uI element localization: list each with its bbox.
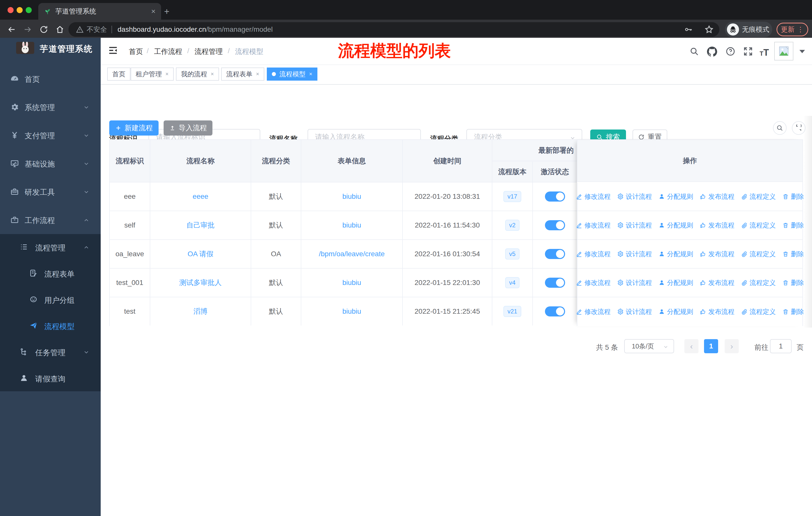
action-definition-link[interactable]: 流程定义: [741, 278, 776, 287]
action-definition-link[interactable]: 流程定义: [741, 192, 776, 201]
version-badge[interactable]: v5: [505, 248, 520, 260]
paper-plane-icon: [29, 321, 38, 330]
url-divider: [112, 26, 112, 33]
action-edit-link[interactable]: 修改流程: [576, 221, 611, 230]
cell-form-link[interactable]: biubiu: [301, 297, 403, 326]
cell-name-link[interactable]: OA 请假: [150, 240, 251, 268]
cell-name-link[interactable]: 自己审批: [150, 211, 251, 239]
table-search-toggle-icon[interactable]: [773, 121, 787, 135]
sidebar-item-system[interactable]: 系统管理: [0, 93, 101, 121]
sidebar-item-label: 研发工具: [25, 187, 55, 197]
create-process-button[interactable]: 新建流程: [109, 120, 158, 136]
new-tab-button[interactable]: +: [164, 7, 169, 16]
browser-menu-icon[interactable]: ⋮: [797, 25, 804, 33]
version-badge[interactable]: v2: [505, 220, 520, 231]
tab-close-icon[interactable]: ×: [151, 7, 155, 16]
page-size-select[interactable]: 10条/页: [624, 339, 674, 353]
sidebar-item-workflow[interactable]: 工作流程: [0, 206, 101, 234]
cell-name-link[interactable]: 滔博: [150, 297, 251, 326]
cell-form-link[interactable]: biubiu: [301, 269, 403, 297]
right-edge-shade: [804, 116, 812, 328]
action-delete-link[interactable]: 删除: [782, 221, 804, 230]
action-design-link[interactable]: 设计流程: [617, 307, 652, 316]
reload-icon[interactable]: [39, 25, 48, 34]
browser-tab[interactable]: 芋道管理系统 ×: [38, 3, 161, 20]
action-edit-link[interactable]: 修改流程: [576, 250, 611, 259]
action-definition-link[interactable]: 流程定义: [741, 250, 776, 259]
forward-icon[interactable]: [23, 25, 32, 34]
address-bar[interactable]: 不安全 dashboard.yudao.iocoder.cn/bpm/manag…: [68, 22, 719, 37]
cell-form-link[interactable]: /bpm/oa/leave/create: [301, 240, 403, 268]
incognito-label: 无痕模式: [742, 25, 769, 34]
sidebar-item-payment[interactable]: 支付管理: [0, 121, 101, 150]
cell-name-link[interactable]: eeee: [150, 183, 251, 211]
action-design-link[interactable]: 设计流程: [617, 221, 652, 230]
prev-page-button[interactable]: ‹: [685, 339, 698, 353]
home-icon[interactable]: [55, 25, 64, 34]
version-badge[interactable]: v4: [505, 277, 520, 288]
cell-name-link[interactable]: 测试多审批人: [150, 269, 251, 297]
url-host: dashboard.yudao.iocoder.cn: [118, 25, 206, 33]
action-assign-link[interactable]: 分配规则: [659, 278, 693, 287]
action-assign-link[interactable]: 分配规则: [659, 221, 693, 230]
action-deploy-link[interactable]: 发布流程: [700, 221, 734, 230]
action-delete-link[interactable]: 删除: [782, 192, 804, 201]
active-toggle[interactable]: [545, 306, 565, 317]
next-page-button[interactable]: ›: [725, 339, 739, 353]
action-delete-link[interactable]: 删除: [782, 307, 804, 316]
sidebar-item-process-model[interactable]: 流程模型: [0, 313, 101, 339]
sidebar-item-leave-query[interactable]: 请假查询: [0, 365, 101, 391]
action-delete-link[interactable]: 删除: [782, 278, 804, 287]
cell-form-link[interactable]: biubiu: [301, 211, 403, 239]
briefcase-icon: [10, 215, 19, 224]
active-toggle[interactable]: [545, 191, 565, 201]
sidebar-item-label: 基础设施: [25, 159, 55, 169]
security-warning-icon[interactable]: [76, 26, 84, 33]
cell-active: [533, 297, 577, 326]
action-deploy-link[interactable]: 发布流程: [700, 250, 734, 259]
security-label[interactable]: 不安全: [87, 25, 107, 34]
action-edit-link[interactable]: 修改流程: [576, 307, 611, 316]
action-assign-link[interactable]: 分配规则: [659, 250, 693, 259]
version-badge[interactable]: v21: [503, 306, 521, 317]
action-design-link[interactable]: 设计流程: [617, 250, 652, 259]
action-design-link[interactable]: 设计流程: [617, 278, 652, 287]
sidebar-item-task-management[interactable]: 任务管理: [0, 339, 101, 365]
sidebar-item-infrastructure[interactable]: 基础设施: [0, 150, 101, 178]
sidebar-item-process-management[interactable]: 流程管理: [0, 234, 101, 260]
traffic-close-button[interactable]: [7, 7, 13, 13]
cell-active: [533, 240, 577, 268]
action-assign-link[interactable]: 分配规则: [659, 307, 693, 316]
action-assign-link[interactable]: 分配规则: [659, 192, 693, 201]
version-badge[interactable]: v17: [503, 191, 521, 202]
import-process-button[interactable]: 导入流程: [164, 120, 212, 136]
cell-form-link[interactable]: biubiu: [301, 183, 403, 211]
sidebar-item-devtools[interactable]: 研发工具: [0, 178, 101, 206]
action-deploy-link[interactable]: 发布流程: [700, 192, 734, 201]
sidebar-item-home[interactable]: 首页: [0, 65, 101, 93]
sidebar-item-user-group[interactable]: 用户分组: [0, 287, 101, 313]
action-edit-link[interactable]: 修改流程: [576, 192, 611, 201]
bookmark-star-icon[interactable]: [704, 25, 714, 34]
sidebar-item-label: 工作流程: [25, 215, 55, 226]
back-icon[interactable]: [7, 25, 16, 34]
active-toggle[interactable]: [545, 278, 565, 288]
sidebar-logo[interactable]: 芋道管理系统: [0, 41, 101, 59]
active-toggle[interactable]: [545, 249, 565, 259]
goto-page-input[interactable]: [770, 339, 792, 353]
action-definition-link[interactable]: 流程定义: [741, 307, 776, 316]
update-button[interactable]: 更新 ⋮: [777, 23, 808, 36]
traffic-minimize-button[interactable]: [17, 7, 23, 13]
current-page-button[interactable]: 1: [704, 339, 718, 353]
sidebar-item-process-form[interactable]: 流程表单: [0, 260, 101, 287]
action-definition-link[interactable]: 流程定义: [741, 221, 776, 230]
active-toggle[interactable]: [545, 220, 565, 230]
action-edit-link[interactable]: 修改流程: [576, 278, 611, 287]
action-design-link[interactable]: 设计流程: [617, 192, 652, 201]
traffic-zoom-button[interactable]: [26, 7, 32, 13]
goto-label: 前往: [754, 343, 768, 352]
key-icon[interactable]: [684, 25, 693, 34]
action-delete-link[interactable]: 删除: [782, 250, 804, 259]
action-deploy-link[interactable]: 发布流程: [700, 307, 734, 316]
action-deploy-link[interactable]: 发布流程: [700, 278, 734, 287]
